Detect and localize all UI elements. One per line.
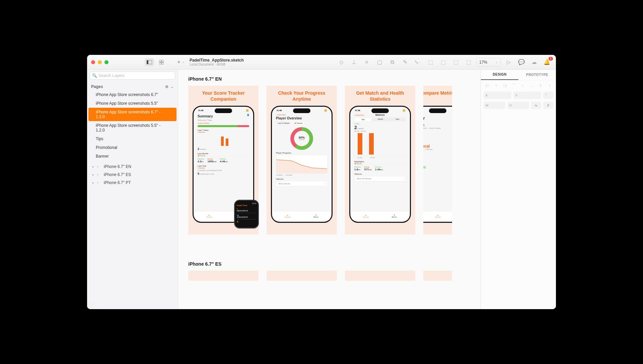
layer-label: iPhone 6.7'' PT bbox=[104, 180, 131, 185]
stat-row: Distance4.3km Energy1850kcal Workout4:46… bbox=[198, 157, 249, 163]
artboard-group-label[interactable]: iPhone 6.7" EN bbox=[188, 76, 452, 82]
union-button[interactable]: ⬚ bbox=[425, 58, 435, 67]
page-item[interactable]: iPhone App Store screenshots 6.7'' bbox=[88, 90, 176, 99]
artboard-icon: ▫ bbox=[97, 164, 102, 169]
distribute-button[interactable]: ≡ bbox=[362, 58, 372, 67]
page-item[interactable]: Promotional bbox=[88, 143, 176, 152]
watch-title: Padel Time bbox=[237, 204, 256, 206]
layer-item[interactable]: ▸▫iPhone 6.7'' EN bbox=[87, 163, 178, 171]
matches-label: Matches bbox=[199, 167, 205, 169]
ungroup-button[interactable]: ⧉ bbox=[387, 58, 397, 67]
distribute-h-button[interactable]: ⫴ bbox=[537, 82, 545, 88]
artboard[interactable]: Check Your Progress Anytime 21:08📶 ‹ Sum… bbox=[267, 86, 337, 235]
page-item[interactable]: Tips bbox=[88, 134, 176, 143]
stat-unit: min bbox=[225, 161, 228, 163]
distribute-v-button[interactable]: ⫲ bbox=[546, 82, 554, 88]
tab-summary: ▬Summary bbox=[423, 211, 452, 220]
sidebar-toggle-button[interactable] bbox=[145, 58, 154, 66]
zoom-dropdown[interactable]: 17%⌄ bbox=[476, 58, 501, 67]
artboard-row bbox=[188, 271, 452, 281]
stat-value: 1.8 bbox=[354, 168, 358, 171]
flip-v-button[interactable]: ⇵ bbox=[543, 102, 553, 109]
difference-button[interactable]: ⬚ bbox=[463, 58, 474, 67]
option-row: Show Games› bbox=[276, 181, 328, 186]
option-row: Show All Games› bbox=[354, 176, 406, 181]
tab-summary: ▬Summary bbox=[195, 211, 223, 220]
artboard[interactable] bbox=[423, 271, 452, 281]
h-field[interactable]: H bbox=[507, 102, 529, 109]
align-center-h-button[interactable]: ⫯ bbox=[493, 82, 500, 88]
artboard[interactable] bbox=[188, 271, 259, 281]
notifications-button[interactable]: 🔔 bbox=[542, 58, 552, 67]
layer-item[interactable]: ▸▫iPhone 6.7'' PT bbox=[87, 179, 178, 187]
back-label: Summary bbox=[356, 114, 364, 116]
page-item[interactable]: Banner bbox=[88, 152, 176, 161]
activity-label: Activity bbox=[357, 163, 362, 165]
close-button[interactable] bbox=[91, 60, 95, 64]
total-value: 2 bbox=[354, 125, 357, 130]
document-title: PadelTime_AppStore.sketch Local Document… bbox=[190, 58, 244, 66]
search-input[interactable]: 🔍 Search Layers bbox=[90, 72, 175, 80]
headline-text: Get Match and Health Statistics bbox=[348, 90, 412, 102]
artboard-group-label[interactable]: iPhone 6.7" ES bbox=[188, 261, 452, 267]
minimize-button[interactable] bbox=[98, 60, 102, 64]
align-left-button[interactable]: |□ bbox=[484, 82, 491, 88]
bar bbox=[369, 133, 374, 155]
play-button[interactable]: ▷ bbox=[504, 58, 514, 67]
artboard[interactable] bbox=[345, 271, 415, 281]
tab-design[interactable]: DESIGN bbox=[481, 70, 518, 80]
svg-rect-5 bbox=[162, 63, 164, 65]
signal-icon: 📶 bbox=[246, 109, 248, 112]
subtract-button[interactable]: ⬚ bbox=[438, 58, 448, 67]
fullscreen-button[interactable] bbox=[104, 60, 109, 64]
components-view-button[interactable] bbox=[157, 58, 166, 66]
align-middle-button[interactable]: ⫰ bbox=[519, 82, 527, 88]
edit-button[interactable]: ✎ bbox=[400, 58, 410, 67]
x-field[interactable]: X bbox=[484, 92, 511, 99]
matches-label: Matches bbox=[199, 131, 205, 133]
add-page-button[interactable]: ⊕ bbox=[165, 84, 168, 89]
group-button[interactable]: ▢ bbox=[374, 58, 384, 67]
page-item[interactable]: iPhone App Store screenshots 5.5'' bbox=[88, 99, 176, 108]
angle-field[interactable]: ° bbox=[543, 92, 553, 99]
option-label: Show Games bbox=[278, 183, 290, 185]
section-label: Options bbox=[276, 178, 328, 180]
forward-button[interactable]: ⊥ bbox=[349, 58, 359, 67]
watch-join-match: JOIN MATCH bbox=[237, 216, 256, 218]
comment-button[interactable]: 💬 bbox=[516, 58, 526, 67]
metric-value: 4.3 km bbox=[423, 123, 452, 127]
bar bbox=[358, 133, 362, 155]
tab-prototype[interactable]: PROTOTYPE bbox=[518, 70, 556, 80]
create-symbol-button[interactable]: ◇ bbox=[336, 58, 346, 67]
phone-notch bbox=[293, 108, 310, 113]
layer-item[interactable]: ▸▫iPhone 6.7'' ES bbox=[87, 171, 178, 179]
w-field[interactable]: W bbox=[484, 102, 505, 109]
resize-button[interactable]: ⤡ ⌄ bbox=[413, 58, 423, 67]
flip-h-button[interactable]: ⇋ bbox=[531, 102, 541, 109]
collapse-pages-button[interactable]: ⌄ bbox=[170, 84, 174, 89]
align-bottom-button[interactable]: ⎵ bbox=[528, 82, 536, 88]
search-placeholder: Search Layers bbox=[98, 73, 124, 78]
page-item[interactable]: iPhone App Store screenshots 6.7'' - 1.2… bbox=[88, 108, 176, 121]
pages-label: Pages bbox=[91, 84, 103, 89]
toolbar: ＋ ⌄ PadelTime_AppStore.sketch Local Docu… bbox=[87, 55, 556, 70]
cloud-button[interactable]: ☁ bbox=[529, 58, 539, 67]
intersect-button[interactable]: ⬚ bbox=[451, 58, 461, 67]
headline-text: Check Your Progress Anytime bbox=[270, 90, 334, 102]
canvas[interactable]: iPhone 6.7" EN Your Score Tracker Compan… bbox=[178, 70, 481, 309]
option-label: Show All Games bbox=[357, 178, 371, 180]
artboard[interactable]: Get Match and Health Statistics 21:08📶 ‹… bbox=[345, 86, 415, 235]
insert-button[interactable]: ＋ ⌄ bbox=[175, 58, 185, 66]
artboard[interactable]: Compare Metrics 19:37 ‹ Summary January … bbox=[423, 86, 452, 235]
artboard[interactable]: Your Score Tracker Companion 21:08📶 Summ… bbox=[188, 86, 259, 235]
align-top-button[interactable]: ⎴ bbox=[510, 82, 518, 88]
layer-label: iPhone 6.7'' EN bbox=[104, 164, 131, 169]
headline-text: Compare Metrics bbox=[423, 90, 452, 102]
y-field[interactable]: Y bbox=[513, 92, 541, 99]
artboard[interactable] bbox=[267, 271, 337, 281]
page-item[interactable]: iPhone App Store screenshots 5.5'' - 1.2… bbox=[88, 121, 176, 134]
align-right-button[interactable]: □| bbox=[501, 82, 509, 88]
avg-value: 5 bbox=[198, 172, 199, 175]
section-label: Player Progress bbox=[276, 152, 328, 154]
svg-rect-4 bbox=[159, 63, 161, 65]
